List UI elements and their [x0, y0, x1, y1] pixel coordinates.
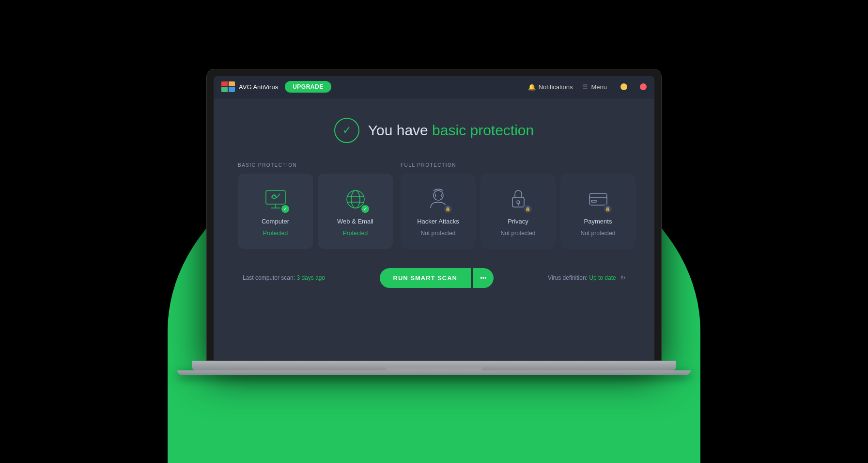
logo-quad-green: [221, 87, 228, 92]
hacker-attacks-icon: 🔒: [425, 186, 452, 213]
scan-button-wrapper: RUN SMART SCAN •••: [380, 268, 494, 288]
privacy-card-title: Privacy: [508, 218, 528, 225]
avg-logo: AVG AntiVirus: [221, 81, 278, 92]
last-scan-label: Last computer scan:: [243, 274, 295, 281]
svg-point-8: [434, 191, 443, 200]
basic-section-label: BASIC PROTECTION: [238, 162, 393, 168]
computer-icon: ✓: [262, 186, 289, 213]
avg-logo-icon: [221, 81, 235, 92]
app-title: AVG AntiVirus: [239, 83, 278, 91]
menu-label: Menu: [591, 83, 607, 91]
titlebar: AVG AntiVirus UPGRADE 🔔 Notifications ☰ …: [214, 76, 654, 98]
web-email-card[interactable]: ✓ Web & Email Protected: [318, 174, 393, 249]
scene: AVG AntiVirus UPGRADE 🔔 Notifications ☰ …: [0, 0, 868, 463]
laptop-bottom-edge: [177, 370, 691, 375]
virus-definition-text: Virus definition: Up to date ↻: [548, 274, 625, 282]
payments-card-title: Payments: [584, 218, 612, 225]
close-button[interactable]: ✕: [640, 83, 647, 90]
titlebar-right: 🔔 Notifications ☰ Menu – ✕: [528, 83, 647, 91]
computer-card[interactable]: ✓ Computer Protected: [238, 174, 313, 249]
privacy-card[interactable]: 🔒 Privacy Not protected: [480, 174, 556, 249]
minimize-button[interactable]: –: [620, 83, 627, 90]
virus-def-label: Virus definition:: [548, 274, 588, 281]
hacker-attacks-card[interactable]: 🔒 Hacker Attacks Not protected: [401, 174, 476, 249]
checkmark-icon: ✓: [342, 124, 351, 137]
svg-rect-14: [589, 193, 607, 205]
bell-icon: 🔔: [528, 83, 536, 91]
full-protection-section: FULL PROTECTION: [401, 162, 636, 249]
laptop-screen: AVG AntiVirus UPGRADE 🔔 Notifications ☰ …: [214, 76, 654, 360]
full-cards-row: 🔒 Hacker Attacks Not protected: [401, 174, 636, 249]
hacker-card-title: Hacker Attacks: [417, 218, 459, 225]
web-email-card-title: Web & Email: [337, 218, 373, 225]
laptop-base: [192, 361, 676, 370]
logo-quad-red: [221, 81, 228, 86]
hamburger-icon: ☰: [582, 83, 588, 91]
status-header: ✓ You have basic protection: [238, 118, 630, 143]
run-smart-scan-button[interactable]: RUN SMART SCAN: [380, 268, 471, 288]
last-scan-value: 3 days ago: [296, 274, 325, 281]
payments-card[interactable]: 🔒 Payments Not protected: [560, 174, 636, 249]
privacy-card-status: Not protected: [500, 230, 535, 237]
bottom-bar: Last computer scan: 3 days ago RUN SMART…: [238, 268, 630, 288]
web-email-card-status: Protected: [343, 230, 368, 237]
computer-card-status: Protected: [263, 230, 288, 237]
payments-icon: 🔒: [585, 186, 612, 213]
svg-point-12: [517, 201, 520, 204]
status-prefix: You have: [368, 122, 432, 138]
full-section-label: FULL PROTECTION: [401, 162, 636, 168]
status-text: You have basic protection: [368, 122, 534, 139]
main-content: ✓ You have basic protection BASIC PROTEC…: [214, 98, 654, 360]
logo-quad-blue: [229, 87, 235, 92]
payments-lock-badge: 🔒: [603, 204, 613, 214]
hacker-card-status: Not protected: [420, 230, 455, 237]
svg-point-5: [351, 191, 360, 208]
logo-quad-orange: [229, 81, 235, 86]
hacker-lock-badge: 🔒: [443, 204, 453, 214]
privacy-icon: 🔒: [505, 186, 532, 213]
computer-card-title: Computer: [262, 218, 289, 225]
upgrade-button[interactable]: UPGRADE: [285, 81, 331, 93]
svg-rect-16: [591, 200, 596, 202]
web-email-icon: ✓: [342, 186, 369, 213]
web-email-check-badge: ✓: [360, 204, 370, 214]
scan-more-options-button[interactable]: •••: [473, 268, 494, 288]
menu-button[interactable]: ☰ Menu: [582, 83, 607, 91]
status-highlight: basic protection: [432, 122, 534, 138]
refresh-icon[interactable]: ↻: [620, 274, 625, 281]
privacy-lock-badge: 🔒: [523, 204, 533, 214]
laptop-bezel: AVG AntiVirus UPGRADE 🔔 Notifications ☰ …: [206, 69, 662, 361]
computer-check-badge: ✓: [280, 204, 290, 214]
virus-def-value: Up to date: [589, 274, 616, 281]
status-check-circle: ✓: [334, 118, 359, 143]
basic-protection-section: BASIC PROTECTION: [238, 162, 393, 249]
basic-cards-row: ✓ Computer Protected: [238, 174, 393, 249]
payments-card-status: Not protected: [580, 230, 615, 237]
protection-sections: BASIC PROTECTION: [238, 162, 630, 249]
last-scan-text: Last computer scan: 3 days ago: [243, 274, 325, 281]
notifications-button[interactable]: 🔔 Notifications: [528, 83, 573, 91]
notifications-label: Notifications: [539, 83, 573, 91]
laptop: AVG AntiVirus UPGRADE 🔔 Notifications ☰ …: [177, 69, 691, 375]
